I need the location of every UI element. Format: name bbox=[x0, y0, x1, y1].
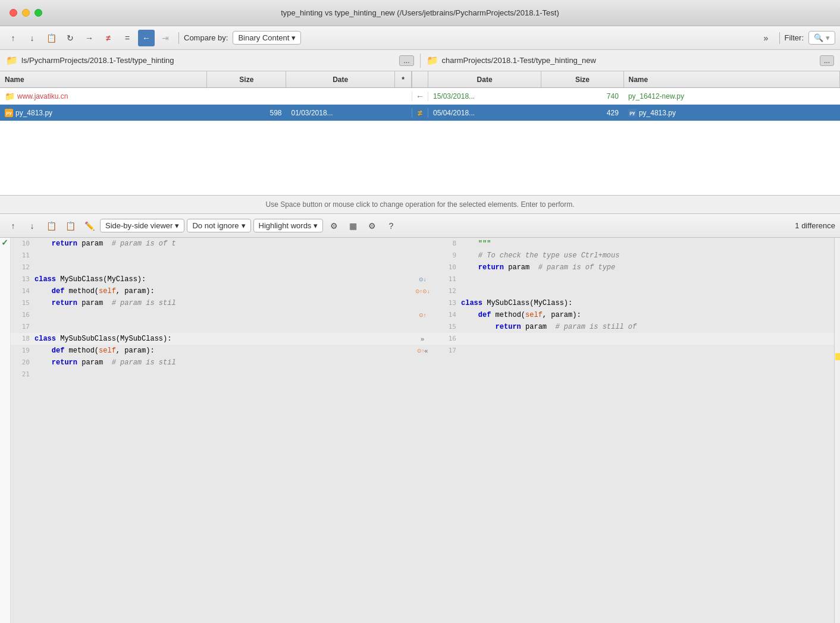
close-button[interactable] bbox=[10, 9, 17, 17]
gutter-cell: » bbox=[408, 333, 437, 345]
right-file-name: py py_4813.py bbox=[623, 109, 840, 117]
table-row[interactable]: 📁 www.javatiku.cn ← 15/03/2018... 740 py… bbox=[0, 88, 840, 105]
left-line-code bbox=[32, 369, 408, 380]
diff-copy-left-button[interactable]: 📋 bbox=[43, 218, 59, 234]
left-line-num: 12 bbox=[11, 262, 32, 273]
file-path-left: 📁 ls/PycharmProjects/2018.1-Test/type_hi… bbox=[0, 55, 420, 66]
right-file-size: 429 bbox=[541, 109, 623, 117]
left-line-num: 16 bbox=[11, 309, 32, 321]
diff-line-row: 19 def method(self, param): ⊙↑ « 17 bbox=[11, 345, 834, 357]
diff-nav-down-button[interactable]: ↓ bbox=[24, 218, 40, 234]
right-file-date: 15/03/2018... bbox=[428, 92, 541, 100]
compare-by-dropdown[interactable]: Binary Content ▾ bbox=[233, 31, 301, 45]
right-line-num: 12 bbox=[437, 285, 459, 297]
center-arrow: ← bbox=[412, 92, 428, 101]
right-file-date: 05/04/2018... bbox=[428, 109, 541, 117]
diff-nav-up-button[interactable]: ↑ bbox=[5, 218, 21, 234]
left-line-num: 11 bbox=[11, 250, 32, 262]
right-ellipsis-button[interactable]: ... bbox=[820, 55, 834, 66]
compare-by-label: Compare by: bbox=[184, 33, 228, 42]
right-line-num: 14 bbox=[437, 309, 459, 321]
nav-up-button[interactable]: ↑ bbox=[5, 30, 21, 46]
left-line-num: 17 bbox=[11, 321, 32, 333]
right-file-size: 740 bbox=[541, 92, 623, 100]
move-button[interactable]: ⇥ bbox=[157, 30, 174, 46]
left-line-code: class MySubSubClass(MySubClass): bbox=[32, 333, 408, 345]
diff-copy-right-button[interactable]: 📋 bbox=[62, 218, 79, 234]
gutter-down-icon: ⊙↓ bbox=[419, 273, 427, 285]
table-header: Name Size Date * Date Size Name bbox=[0, 71, 840, 88]
maximize-button[interactable] bbox=[35, 9, 42, 17]
left-line-code: def method(self, param): bbox=[32, 345, 408, 357]
viewer-label: Side-by-side viewer bbox=[105, 221, 173, 230]
copy-button[interactable]: 📋 bbox=[43, 30, 59, 46]
left-line-num: 18 bbox=[11, 333, 32, 345]
th-right-date: Date bbox=[428, 71, 541, 87]
window-title: type_hinting vs type_hinting_new (/Users… bbox=[281, 8, 559, 17]
refresh-button[interactable]: ↻ bbox=[62, 30, 79, 46]
right-line-code bbox=[459, 333, 834, 345]
left-line-code bbox=[32, 262, 408, 273]
right-panel-header: Date Size Name bbox=[428, 71, 840, 87]
gutter-cell: ⊙↑ « bbox=[408, 345, 437, 357]
left-line-num: 10 bbox=[11, 238, 32, 250]
right-line-code: class MySubClass(MyClass): bbox=[459, 297, 834, 309]
not-equal-button[interactable]: ≠ bbox=[100, 30, 117, 46]
ignore-dropdown[interactable]: Do not ignore ▾ bbox=[187, 219, 250, 232]
diff-settings-button[interactable]: ⚙ bbox=[325, 218, 342, 234]
diff-options-button[interactable]: ⚙ bbox=[363, 218, 380, 234]
diff-rows-container: 10 return param # param is of t 8 """ 11… bbox=[11, 238, 834, 623]
back-button[interactable]: ← bbox=[138, 30, 155, 46]
vertical-scrollbar[interactable] bbox=[834, 238, 840, 623]
diff-count: 1 difference bbox=[795, 221, 835, 230]
nav-down-button[interactable]: ↓ bbox=[24, 30, 40, 46]
py-icon-blue: py bbox=[628, 109, 637, 117]
not-equal-icon: ≠ bbox=[418, 108, 422, 118]
right-file-name: py_16412-new.py bbox=[623, 92, 840, 100]
left-line-code bbox=[32, 309, 408, 321]
left-line-code bbox=[32, 250, 408, 262]
table-row[interactable]: py py_4813.py 598 01/03/2018... ≠ 05/04/… bbox=[0, 105, 840, 121]
diff-edit-button[interactable]: ✏️ bbox=[81, 218, 98, 234]
left-line-num: 21 bbox=[11, 369, 32, 380]
filter-input[interactable]: 🔍 ▾ bbox=[808, 31, 835, 45]
right-line-num: 15 bbox=[437, 321, 459, 333]
file-path-bar: 📁 ls/PycharmProjects/2018.1-Test/type_hi… bbox=[0, 50, 840, 71]
gutter-cell: ⊙↑ bbox=[408, 309, 437, 321]
gutter-cell bbox=[408, 262, 437, 273]
gutter-updown-icon: ⊙↑⊙↓ bbox=[415, 285, 430, 297]
minimize-button[interactable] bbox=[22, 9, 30, 17]
scrollbar-thumb[interactable] bbox=[835, 353, 840, 360]
diff-line-row: 14 def method(self, param): ⊙↑⊙↓ 12 bbox=[11, 285, 834, 297]
gutter-cell: ⊙↑⊙↓ bbox=[408, 285, 437, 297]
compare-by-chevron: ▾ bbox=[292, 33, 296, 42]
center-arrow-selected: ≠ bbox=[412, 108, 428, 118]
right-line-code: return param # param is still of bbox=[459, 321, 834, 333]
left-line-num: 14 bbox=[11, 285, 32, 297]
right-line-code bbox=[459, 369, 834, 380]
gutter-cell bbox=[408, 369, 437, 380]
diff-grid-button[interactable]: ▦ bbox=[344, 218, 361, 234]
left-ellipsis-button[interactable]: ... bbox=[399, 55, 413, 66]
highlight-dropdown[interactable]: Highlight words ▾ bbox=[253, 219, 324, 232]
left-panel-header: Name Size Date * bbox=[0, 71, 412, 87]
more-button[interactable]: » bbox=[758, 30, 775, 46]
equal-button[interactable]: = bbox=[119, 30, 136, 46]
viewer-dropdown[interactable]: Side-by-side viewer ▾ bbox=[100, 219, 184, 232]
separator-2 bbox=[779, 32, 780, 44]
diff-line-row: 21 bbox=[11, 369, 834, 380]
gutter-cell bbox=[408, 250, 437, 262]
left-line-num: 20 bbox=[11, 357, 32, 369]
left-line-code: def method(self, param): bbox=[32, 285, 408, 297]
next-diff-button[interactable]: → bbox=[81, 30, 98, 46]
gutter-left-chevron: « bbox=[424, 345, 428, 357]
highlight-label: Highlight words bbox=[259, 221, 312, 230]
left-file-size: 598 bbox=[208, 109, 287, 117]
left-file-info: py py_4813.py 598 01/03/2018... bbox=[0, 109, 412, 117]
diff-line-row: 13 class MySubClass(MyClass): ⊙↓ 11 bbox=[11, 273, 834, 285]
left-line-num: 15 bbox=[11, 297, 32, 309]
gutter-up-icon: ⊙↑ bbox=[417, 345, 425, 357]
left-line-code: return param # param is stil bbox=[32, 297, 408, 309]
diff-help-button[interactable]: ? bbox=[383, 218, 399, 234]
right-line-num: 11 bbox=[437, 273, 459, 285]
